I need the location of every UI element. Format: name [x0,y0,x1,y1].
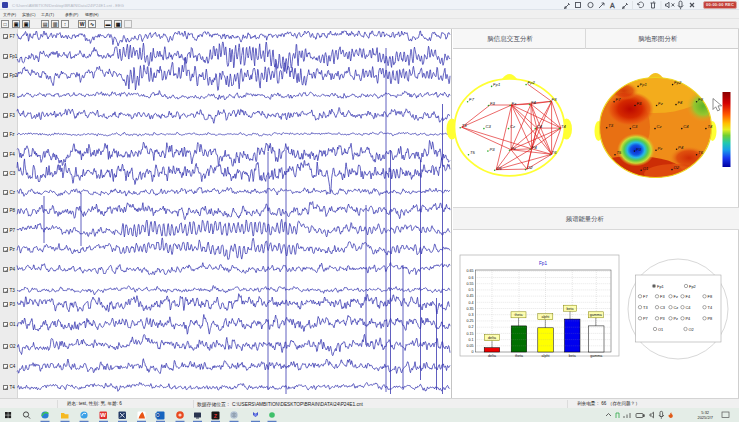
svg-text:theta: theta [515,313,523,317]
svg-text:Fp1: Fp1 [640,82,647,87]
svg-text:T4: T4 [707,124,713,129]
svg-text:0.1: 0.1 [469,338,474,342]
svg-text:P3: P3 [489,147,495,152]
svg-text:F8: F8 [708,294,713,299]
svg-text:P7: P7 [643,316,648,321]
svg-text:P8: P8 [708,316,713,321]
svg-text:alpht: alpht [541,315,549,319]
svg-text:Fp2: Fp2 [528,80,536,85]
svg-text:Cz: Cz [657,124,663,129]
svg-text:O2: O2 [527,165,533,170]
svg-text:T3: T3 [462,123,468,128]
svg-text:0.25: 0.25 [467,319,474,323]
svg-text:O1: O1 [496,166,502,171]
svg-text:F7: F7 [643,294,648,299]
svg-text:Fp1: Fp1 [657,284,664,289]
svg-text:T5: T5 [617,150,623,155]
svg-text:0.3: 0.3 [469,313,474,317]
svg-text:theta: theta [515,354,523,358]
svg-text:0: 0 [472,350,474,354]
svg-text:F3: F3 [490,101,496,106]
svg-text:T4: T4 [561,124,567,129]
svg-text:0.5: 0.5 [469,288,474,292]
svg-text:F3: F3 [660,294,665,299]
svg-text:Fp2: Fp2 [689,284,696,289]
svg-text:T6: T6 [698,150,704,155]
svg-text:O1: O1 [643,166,649,171]
svg-text:Cz: Cz [674,305,679,310]
svg-text:0.4: 0.4 [469,301,474,305]
svg-text:F4: F4 [678,100,684,105]
svg-text:O1: O1 [658,327,663,332]
svg-text:T3: T3 [608,123,614,128]
svg-text:O2: O2 [674,165,680,170]
svg-text:T5: T5 [470,150,476,155]
svg-text:O2: O2 [689,327,694,332]
svg-text:F8: F8 [552,97,558,102]
svg-text:O: O [156,413,160,418]
svg-text:P3: P3 [660,316,665,321]
svg-text:Cz: Cz [510,124,516,129]
svg-text:A: A [610,2,615,9]
svg-text:0.2: 0.2 [469,325,474,329]
svg-text:F4: F4 [531,100,537,105]
svg-text:0.05: 0.05 [467,344,474,348]
svg-text:Fp2: Fp2 [674,80,682,85]
svg-text:Fp1: Fp1 [493,82,500,87]
svg-text:0.6: 0.6 [469,276,474,280]
svg-text:F8: F8 [698,97,704,102]
svg-text:C4: C4 [537,124,543,129]
svg-text:P4: P4 [686,316,692,321]
svg-text:beta: beta [569,354,576,358]
svg-text:0.55: 0.55 [467,282,474,286]
svg-text:0.35: 0.35 [467,307,474,311]
svg-text:C4: C4 [683,124,689,129]
svg-text:0.45: 0.45 [467,294,474,298]
svg-text:C3: C3 [485,124,491,129]
svg-text:C3: C3 [660,305,665,310]
svg-text:P4: P4 [678,145,684,150]
svg-text:C3: C3 [632,124,638,129]
svg-text:F7: F7 [469,97,475,102]
svg-text:gamma: gamma [590,313,602,317]
svg-text:gamma: gamma [590,354,602,358]
svg-text:0.65: 0.65 [467,269,474,273]
svg-text:F3: F3 [637,101,643,106]
svg-text:C4: C4 [686,305,692,310]
svg-text:Fp1: Fp1 [539,261,547,266]
svg-text:T3: T3 [643,305,648,310]
svg-text:Pz: Pz [674,316,679,321]
svg-text:0.15: 0.15 [467,332,474,336]
svg-text:P4: P4 [532,145,538,150]
svg-text:beta: beta [567,307,574,311]
svg-text:Fz: Fz [674,294,678,299]
svg-text:P3: P3 [636,147,642,152]
svg-text:W: W [100,412,106,418]
svg-text:T6: T6 [552,150,558,155]
svg-text:F7: F7 [616,97,622,102]
svg-text:alpht: alpht [542,354,550,358]
svg-text:delta: delta [488,354,496,358]
